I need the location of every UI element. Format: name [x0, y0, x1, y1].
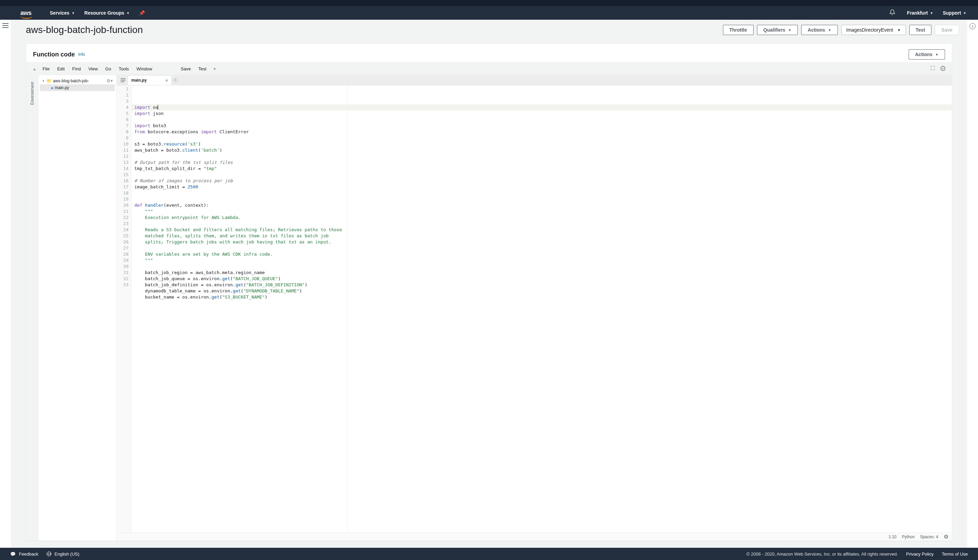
ide-status-bar: 1:10 Python Spaces: 4 ⚙ [117, 532, 952, 541]
chevron-down-icon: ▼ [935, 53, 938, 57]
feedback-link[interactable]: 💬 Feedback [10, 552, 38, 557]
page-actions-button[interactable]: Actions ▼ [801, 25, 838, 35]
notifications-bell-icon[interactable] [883, 9, 902, 17]
info-icon[interactable]: i [970, 23, 976, 29]
editor-tab-main-py[interactable]: main.py × [128, 75, 172, 85]
left-drawer-toggle-gutter [0, 20, 11, 548]
test-event-selected-label: ImagesDirectoryEvent [846, 27, 893, 33]
chevron-down-icon: ▼ [897, 28, 901, 32]
tree-root-label: aws-blog-batch-job- [53, 78, 89, 83]
ide-menu-find[interactable]: Find [69, 65, 84, 73]
add-tab-button[interactable]: + [172, 75, 179, 85]
nav-support[interactable]: Support ▼ [938, 6, 971, 20]
aws-global-nav: aws Services ▼ Resource Groups ▼ 📌 Frank… [0, 6, 978, 20]
save-label: Save [941, 27, 953, 33]
language-selector[interactable]: English (US) [47, 552, 80, 557]
card-info-link[interactable]: Info [78, 52, 85, 57]
ide-menu-go[interactable]: Go [102, 65, 115, 73]
indent-setting[interactable]: Spaces: 4 [920, 535, 938, 539]
ide-menu-tools[interactable]: Tools [115, 65, 132, 73]
chevron-down-icon: ▼ [72, 11, 75, 15]
card-actions-button[interactable]: Actions ▼ [909, 49, 945, 60]
cursor-position[interactable]: 1:10 [888, 535, 896, 539]
save-button: Save [935, 25, 959, 35]
editor-tab-label: main.py [131, 78, 147, 83]
ide-save-label: Save [181, 66, 191, 72]
privacy-link[interactable]: Privacy Policy [906, 552, 934, 557]
fullscreen-icon[interactable] [928, 66, 938, 72]
test-label: Test [916, 27, 925, 33]
ide-save-button[interactable]: Save [178, 65, 195, 73]
test-event-select[interactable]: ImagesDirectoryEvent ▼ [841, 25, 906, 35]
svg-rect-0 [121, 78, 125, 79]
speech-bubble-icon: 💬 [10, 552, 16, 557]
nav-resource-groups[interactable]: Resource Groups ▼ [80, 6, 134, 20]
nav-services[interactable]: Services ▼ [45, 6, 80, 20]
language-label: English (US) [54, 552, 79, 557]
aws-logo-swoosh-icon [20, 16, 33, 19]
terms-link[interactable]: Terms of Use [941, 552, 968, 557]
nav-services-label: Services [50, 10, 70, 16]
function-name-title: aws-blog-batch-job-function [26, 25, 720, 35]
card-actions-label: Actions [915, 52, 933, 57]
chevron-down-icon: ▼ [127, 11, 130, 15]
ide-menu-file[interactable]: File [39, 65, 53, 73]
gear-icon[interactable]: ⚙ [938, 64, 948, 73]
line-number-gutter: 1234567891011121314151617181920212223242… [117, 85, 132, 532]
tree-root-folder[interactable]: ▼ 📁 aws-blog-batch-job- ⚙▾ [40, 77, 115, 84]
ide-menu-window[interactable]: Window [133, 65, 155, 73]
svg-rect-1 [121, 80, 125, 80]
right-drawer-toggle-gutter: i [967, 20, 978, 548]
chevron-down-icon: ▼ [788, 28, 791, 32]
ide-menu-edit[interactable]: Edit [54, 65, 68, 73]
code-editor[interactable]: 1234567891011121314151617181920212223242… [117, 85, 952, 532]
nav-region-label: Frankfurt [907, 10, 928, 16]
language-mode[interactable]: Python [902, 535, 915, 539]
tree-file-main-py[interactable]: ◈ main.py [40, 84, 115, 91]
chevron-down-icon: ▼ [828, 28, 831, 32]
plus-icon: + [173, 78, 178, 83]
gear-icon[interactable]: ⚙ [944, 533, 948, 540]
ide-editor-tabs: main.py × + [117, 75, 952, 85]
nav-pin-icon[interactable]: 📌 [134, 10, 150, 16]
column-ruler [347, 85, 348, 532]
card-title: Function code [33, 51, 75, 58]
window-top-strip [0, 0, 978, 6]
aws-logo[interactable]: aws [20, 10, 32, 17]
ide-collapse-icon[interactable]: ▴ [30, 66, 38, 72]
ide-test-button[interactable]: Test [195, 65, 210, 73]
folder-icon: 📁 [47, 78, 52, 83]
svg-rect-2 [121, 81, 125, 82]
feedback-label: Feedback [19, 552, 38, 557]
test-button[interactable]: Test [909, 25, 932, 35]
ide-sidebar-tabs: Environment [26, 75, 38, 541]
close-icon[interactable]: × [165, 78, 168, 83]
ide-menu-view[interactable]: View [85, 65, 101, 73]
tree-file-label: main.py [55, 85, 69, 90]
hamburger-icon[interactable] [2, 23, 8, 28]
ide-test-dropdown-icon[interactable]: ▾ [210, 66, 219, 72]
page-actions-label: Actions [808, 27, 825, 33]
ide-sidebar-tab-environment[interactable]: Environment [30, 82, 35, 105]
chevron-down-icon: ▼ [42, 79, 45, 83]
nav-region[interactable]: Frankfurt ▼ [902, 6, 938, 20]
globe-icon [47, 552, 52, 556]
function-code-card: Function code Info Actions ▼ ▴ FileEditF… [26, 43, 952, 541]
nav-resource-groups-label: Resource Groups [84, 10, 124, 16]
code-content[interactable]: import osimport jsonimport boto3from bot… [132, 85, 952, 532]
qualifiers-button[interactable]: Qualifiers ▼ [757, 25, 798, 35]
page-header: aws-blog-batch-job-function Throttle Qua… [12, 20, 966, 40]
console-footer: 💬 Feedback English (US) © 2008 - 2020, A… [0, 548, 978, 560]
chevron-down-icon: ▼ [963, 11, 966, 15]
ide-test-label: Test [198, 66, 207, 72]
gear-icon[interactable]: ⚙▾ [107, 78, 113, 83]
tab-list-icon[interactable] [119, 75, 128, 85]
copyright-text: © 2008 - 2020, Amazon Web Services, Inc.… [746, 552, 898, 557]
throttle-button[interactable]: Throttle [723, 25, 753, 35]
aws-logo-text: aws [20, 10, 32, 16]
throttle-label: Throttle [730, 27, 747, 33]
qualifiers-label: Qualifiers [763, 27, 786, 33]
chevron-down-icon: ▼ [930, 11, 933, 15]
ide-file-tree: ▼ 📁 aws-blog-batch-job- ⚙▾ ◈ main.py [38, 75, 117, 541]
python-file-icon: ◈ [51, 86, 53, 90]
